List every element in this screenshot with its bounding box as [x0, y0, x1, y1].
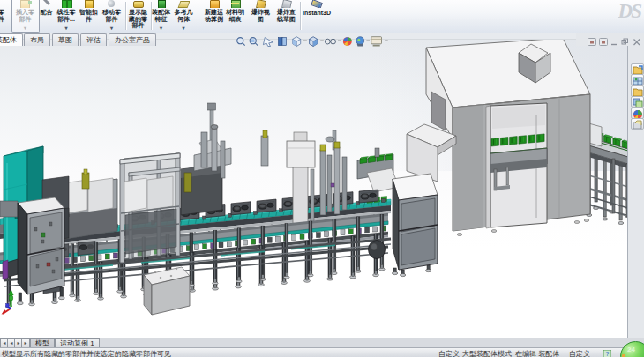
svg-text:?: ?	[606, 351, 610, 357]
